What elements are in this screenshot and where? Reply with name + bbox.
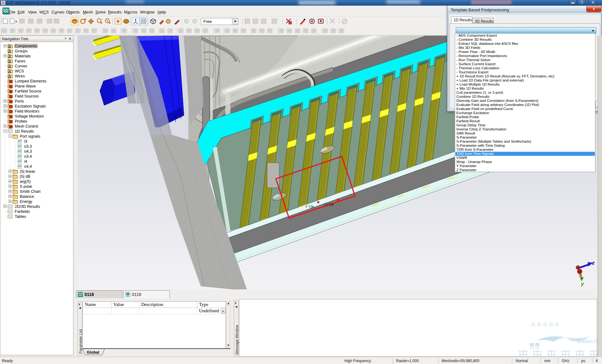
svg-text:Curves: Curves — [15, 64, 27, 68]
svg-text:o3,3: o3,3 — [24, 144, 32, 149]
svg-text:o4,4: o4,4 — [24, 164, 32, 169]
svg-text:Probes: Probes — [15, 119, 27, 124]
svg-text:+: + — [106, 19, 108, 23]
svg-text:Port signals: Port signals — [20, 134, 40, 139]
svg-text:4(1,+): 4(1,+) — [325, 203, 334, 207]
svg-text:i3: i3 — [24, 139, 27, 144]
svg-text:Voltage Monitors: Voltage Monitors — [15, 114, 44, 119]
svg-text:|S| linear: |S| linear — [20, 169, 35, 174]
svg-text:-: - — [99, 19, 99, 23]
svg-text:Excitation Signals: Excitation Signals — [15, 104, 46, 108]
svg-text:Field Monitors: Field Monitors — [15, 109, 40, 113]
svg-text:y: y — [581, 281, 584, 287]
svg-text:|S| dB: |S| dB — [20, 174, 30, 179]
svg-text:Groups: Groups — [15, 49, 28, 53]
svg-text:Wires: Wires — [15, 74, 25, 78]
svg-text:Field Sources: Field Sources — [15, 94, 39, 98]
svg-text:1D Results: 1D Results — [15, 129, 34, 134]
svg-text:Farfield Source: Farfield Source — [15, 89, 41, 93]
svg-text:Lumped Elements: Lumped Elements — [15, 79, 46, 83]
svg-text:Ports: Ports — [15, 99, 24, 103]
svg-text:Faces: Faces — [15, 59, 25, 63]
svg-text:Components: Components — [15, 44, 37, 48]
svg-text:Balance: Balance — [20, 194, 34, 199]
svg-text:Free: Free — [203, 19, 212, 24]
svg-text:Farfields: Farfields — [15, 209, 30, 214]
svg-text:WCS: WCS — [15, 69, 24, 73]
svg-text:S polar: S polar — [20, 184, 32, 189]
svg-text:o4,3: o4,3 — [24, 149, 32, 154]
svg-text:Mesh Control: Mesh Control — [15, 124, 38, 129]
svg-text:Tables: Tables — [15, 214, 26, 219]
svg-text:Energy: Energy — [20, 199, 32, 204]
svg-text:z: z — [592, 260, 595, 266]
svg-text:o3,4: o3,4 — [24, 154, 32, 159]
svg-text:Plane Wave: Plane Wave — [15, 84, 36, 88]
svg-text:RFEDA.CN: RFEDA.CN — [577, 339, 599, 344]
svg-text:Materials: Materials — [15, 54, 31, 58]
svg-text:Global: Global — [87, 350, 99, 355]
svg-text:2D/3D Results: 2D/3D Results — [15, 204, 40, 209]
svg-text:4(1,-): 4(1,-) — [306, 205, 314, 209]
svg-text:Smith Chart: Smith Chart — [20, 189, 41, 194]
svg-text:arg(S): arg(S) — [20, 179, 31, 184]
svg-text:i4: i4 — [24, 159, 27, 164]
